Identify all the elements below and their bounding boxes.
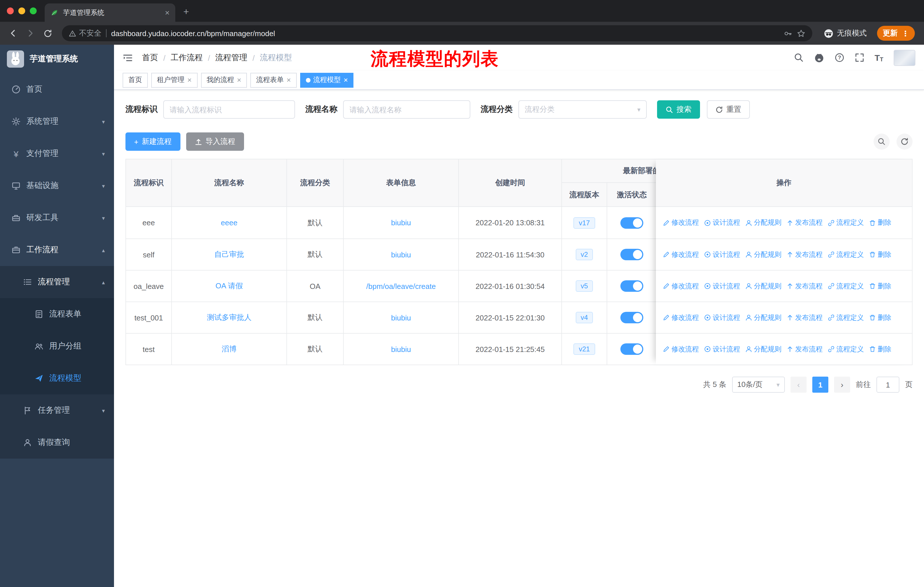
form-info-link[interactable]: biubiu <box>391 218 411 227</box>
create-process-button[interactable]: + 新建流程 <box>125 132 180 151</box>
help-button[interactable]: ? <box>834 53 844 63</box>
update-button[interactable]: 更新 ⋮ <box>877 26 915 41</box>
design-process-link[interactable]: 设计流程 <box>704 281 740 291</box>
edit-process-link[interactable]: 修改流程 <box>663 313 699 322</box>
process-name-link[interactable]: eeee <box>221 218 238 227</box>
design-process-link[interactable]: 设计流程 <box>704 313 740 322</box>
tag-process-model-active[interactable]: 流程模型× <box>300 73 354 88</box>
window-close-button[interactable] <box>7 7 14 14</box>
tag-process-form[interactable]: 流程表单× <box>250 73 297 88</box>
security-indicator[interactable]: 不安全 <box>69 28 101 38</box>
assign-rule-link[interactable]: 分配规则 <box>745 313 781 322</box>
active-toggle[interactable] <box>620 343 643 355</box>
window-zoom-button[interactable] <box>30 7 37 14</box>
publish-process-link[interactable]: 发布流程 <box>787 281 823 291</box>
process-name-link[interactable]: 自己审批 <box>214 250 244 260</box>
tag-home[interactable]: 首页 <box>122 73 148 88</box>
assign-rule-link[interactable]: 分配规则 <box>745 250 781 260</box>
close-icon[interactable]: × <box>237 76 241 84</box>
close-icon[interactable]: × <box>187 76 191 84</box>
toggle-search-button[interactable] <box>874 134 889 150</box>
publish-process-link[interactable]: 发布流程 <box>787 344 823 354</box>
password-key-button[interactable] <box>784 29 792 38</box>
sidebar-collapse-button[interactable] <box>122 53 133 63</box>
prev-page-button[interactable]: ‹ <box>790 377 807 393</box>
assign-rule-link[interactable]: 分配规则 <box>745 344 781 354</box>
assign-rule-link[interactable]: 分配规则 <box>745 218 781 228</box>
window-minimize-button[interactable] <box>18 7 25 14</box>
assign-rule-link[interactable]: 分配规则 <box>745 281 781 291</box>
form-info-link[interactable]: biubiu <box>391 313 411 322</box>
design-process-link[interactable]: 设计流程 <box>704 250 740 260</box>
process-definition-link[interactable]: 流程定义 <box>828 218 864 228</box>
delete-link[interactable]: 删除 <box>869 313 891 322</box>
process-name-link[interactable]: 测试多审批人 <box>207 313 251 323</box>
breadcrumb-item[interactable]: 工作流程 <box>171 53 203 63</box>
process-definition-link[interactable]: 流程定义 <box>828 250 864 260</box>
tab-close-icon[interactable]: × <box>165 8 170 17</box>
back-button[interactable] <box>6 26 21 41</box>
user-avatar[interactable] <box>894 50 916 66</box>
github-button[interactable] <box>814 53 824 63</box>
browser-tab[interactable]: 芋道管理系统 × <box>45 3 175 22</box>
sidebar-item-infra[interactable]: 基础设施 ▾ <box>0 170 114 202</box>
publish-process-link[interactable]: 发布流程 <box>787 218 823 228</box>
design-process-link[interactable]: 设计流程 <box>704 344 740 354</box>
browser-menu-icon[interactable]: ⋮ <box>902 29 909 38</box>
design-process-link[interactable]: 设计流程 <box>704 218 740 228</box>
publish-process-link[interactable]: 发布流程 <box>787 250 823 260</box>
form-info-link[interactable]: /bpm/oa/leave/create <box>366 282 436 290</box>
page-size-select[interactable]: 10条/页 ▾ <box>732 377 785 393</box>
new-tab-button[interactable]: + <box>183 6 189 18</box>
process-category-select[interactable]: 流程分类 ▾ <box>518 100 647 119</box>
sidebar-item-workflow[interactable]: 工作流程 ▴ <box>0 234 114 266</box>
edit-process-link[interactable]: 修改流程 <box>663 218 699 228</box>
breadcrumb-item[interactable]: 首页 <box>142 53 158 63</box>
bookmark-star-button[interactable] <box>797 29 805 38</box>
sidebar-item-process-model[interactable]: 流程模型 <box>0 362 114 394</box>
next-page-button[interactable]: › <box>834 377 850 393</box>
page-number-current[interactable]: 1 <box>812 377 828 393</box>
process-name-link[interactable]: OA 请假 <box>215 281 243 291</box>
close-icon[interactable]: × <box>344 76 348 84</box>
sidebar-item-system[interactable]: 系统管理 ▾ <box>0 106 114 137</box>
sidebar-item-leave-query[interactable]: 请假查询 <box>0 427 114 459</box>
edit-process-link[interactable]: 修改流程 <box>663 281 699 291</box>
forward-button[interactable] <box>23 26 38 41</box>
fullscreen-button[interactable] <box>855 53 864 63</box>
reload-button[interactable] <box>40 26 55 41</box>
goto-page-input[interactable] <box>876 377 899 393</box>
sidebar-item-payment[interactable]: ¥ 支付管理 ▾ <box>0 137 114 170</box>
active-toggle[interactable] <box>620 280 643 292</box>
edit-process-link[interactable]: 修改流程 <box>663 250 699 260</box>
tag-my-process[interactable]: 我的流程× <box>201 73 247 88</box>
search-button[interactable]: 搜索 <box>657 100 700 119</box>
sidebar-item-devtools[interactable]: 研发工具 ▾ <box>0 202 114 234</box>
process-name-link[interactable]: 滔博 <box>222 344 237 354</box>
delete-link[interactable]: 删除 <box>869 250 891 260</box>
breadcrumb-item[interactable]: 流程管理 <box>215 53 248 63</box>
process-id-input[interactable] <box>163 100 295 119</box>
active-toggle[interactable] <box>620 312 643 323</box>
header-search-button[interactable] <box>794 53 804 63</box>
sidebar-item-process-form[interactable]: 流程表单 <box>0 298 114 330</box>
form-info-link[interactable]: biubiu <box>391 250 411 259</box>
import-process-button[interactable]: 导入流程 <box>186 132 244 151</box>
publish-process-link[interactable]: 发布流程 <box>787 313 823 322</box>
refresh-table-button[interactable] <box>896 134 912 150</box>
edit-process-link[interactable]: 修改流程 <box>663 344 699 354</box>
sidebar-item-home[interactable]: 首页 <box>0 73 114 106</box>
active-toggle[interactable] <box>620 249 643 260</box>
font-size-button[interactable]: TT <box>874 53 883 63</box>
sidebar-item-task-management[interactable]: 任务管理 ▾ <box>0 394 114 427</box>
delete-link[interactable]: 删除 <box>869 344 891 354</box>
reset-button[interactable]: 重置 <box>707 100 750 119</box>
address-bar[interactable]: 不安全 dashboard.yudao.iocoder.cn/bpm/manag… <box>62 25 812 41</box>
close-icon[interactable]: × <box>286 76 291 84</box>
delete-link[interactable]: 删除 <box>869 218 891 228</box>
sidebar-item-process-management[interactable]: 流程管理 ▴ <box>0 266 114 298</box>
process-definition-link[interactable]: 流程定义 <box>828 281 864 291</box>
form-info-link[interactable]: biubiu <box>391 345 411 354</box>
process-definition-link[interactable]: 流程定义 <box>828 344 864 354</box>
sidebar-item-user-group[interactable]: 用户分组 <box>0 330 114 362</box>
